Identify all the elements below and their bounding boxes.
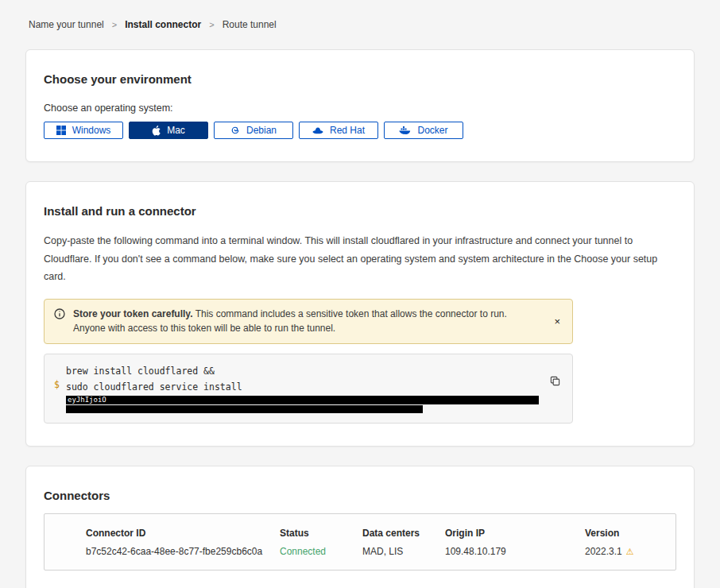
install-command-block: $ brew install cloudflared && sudo cloud… [44, 354, 573, 424]
os-button-label: Windows [72, 125, 111, 136]
install-connector-card: Install and run a connector Copy-paste t… [25, 181, 695, 447]
environment-card-title: Choose your environment [44, 72, 676, 86]
command-line-2: sudo cloudflared service install [66, 379, 540, 395]
close-icon[interactable]: × [552, 315, 562, 328]
connectors-card: Connectors Connector ID Status Data cent… [25, 466, 695, 588]
debian-icon [230, 126, 240, 135]
windows-icon [56, 126, 66, 135]
breadcrumb: Name your tunnel > Install connector > R… [0, 0, 720, 30]
os-button-group: Windows Mac Debian Red Hat [44, 122, 676, 139]
column-header-version: Version [585, 528, 663, 539]
os-button-docker[interactable]: Docker [384, 122, 463, 139]
breadcrumb-item-install-connector: Install connector [125, 19, 201, 30]
info-icon [54, 308, 65, 336]
environment-card: Choose your environment Choose an operat… [25, 49, 695, 162]
token-warning-banner: Store your token carefully. This command… [44, 299, 573, 344]
redhat-icon [312, 126, 323, 135]
os-button-label: Debian [246, 125, 277, 136]
data-centers-value: MAD, LIS [362, 546, 445, 557]
connectors-table: Connector ID Status Data centers Origin … [44, 513, 676, 571]
os-button-debian[interactable]: Debian [214, 122, 293, 139]
breadcrumb-separator: > [112, 20, 117, 29]
install-card-title: Install and run a connector [44, 204, 676, 218]
redacted-token-line-2 [66, 405, 423, 413]
os-button-mac[interactable]: Mac [129, 122, 208, 139]
origin-ip-value: 109.48.10.179 [445, 546, 585, 557]
status-badge: Connected [280, 546, 362, 557]
os-button-label: Docker [417, 125, 447, 136]
os-button-windows[interactable]: Windows [44, 122, 123, 139]
connectors-card-title: Connectors [44, 489, 676, 502]
table-row: b7c52c42-6caa-48ee-8c77-fbe259cb6c0a Con… [86, 546, 663, 557]
install-instructions: Copy-paste the following command into a … [44, 232, 676, 286]
token-warning-bold: Store your token carefully. [73, 308, 193, 319]
os-button-redhat[interactable]: Red Hat [299, 122, 378, 139]
column-header-connector-id: Connector ID [86, 528, 280, 539]
column-header-origin-ip: Origin IP [445, 528, 585, 539]
token-prefix: eyJhIjoiO [68, 396, 106, 404]
token-warning-text: Store your token carefully. This command… [73, 307, 563, 336]
table-header-row: Connector ID Status Data centers Origin … [86, 528, 663, 539]
copy-icon[interactable] [548, 374, 562, 388]
os-select-label: Choose an operating system: [44, 103, 676, 114]
breadcrumb-separator: > [209, 20, 214, 29]
breadcrumb-item-name-your-tunnel[interactable]: Name your tunnel [29, 19, 104, 30]
column-header-data-centers: Data centers [362, 528, 445, 539]
version-value: 2022.3.1⚠ [585, 546, 663, 557]
column-header-status: Status [280, 528, 362, 539]
connector-id-value: b7c52c42-6caa-48ee-8c77-fbe259cb6c0a [86, 546, 280, 557]
redacted-token-line-1: eyJhIjoiO [66, 396, 539, 404]
apple-icon [152, 126, 161, 136]
docker-icon [399, 126, 411, 135]
install-command: brew install cloudflared && sudo cloudfl… [66, 363, 540, 413]
shell-prompt: $ [54, 363, 66, 413]
os-button-label: Red Hat [330, 125, 365, 136]
os-button-label: Mac [167, 125, 185, 136]
breadcrumb-item-route-tunnel[interactable]: Route tunnel [223, 19, 277, 30]
warning-icon: ⚠ [626, 547, 634, 556]
command-line-1: brew install cloudflared && [66, 363, 540, 379]
